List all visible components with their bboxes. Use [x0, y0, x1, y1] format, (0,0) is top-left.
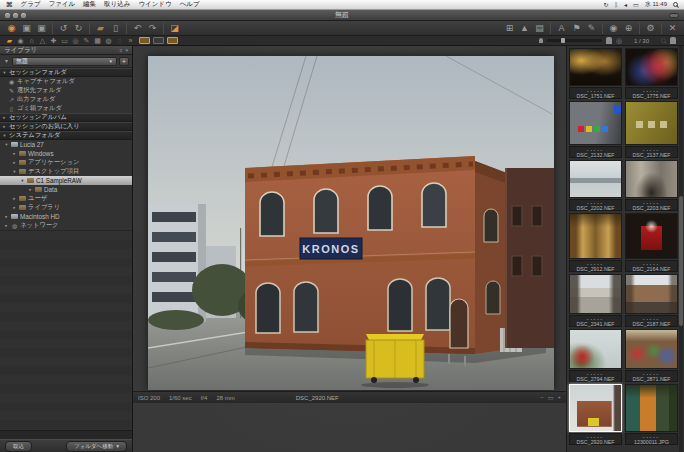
section-session-favorites[interactable]: ▸ セッションのお気に入り [0, 122, 132, 131]
capture-tool-icon[interactable]: ◉ [15, 36, 26, 45]
camera-back-icon[interactable]: ▣ [19, 21, 34, 35]
slider-knob[interactable] [561, 38, 565, 43]
scrollbar-thumb[interactable] [679, 196, 683, 326]
edit-icon[interactable]: ✎ [584, 21, 599, 35]
tree-item-network[interactable]: ▸ ◍ ネットワーク [0, 221, 132, 230]
folder-icon[interactable]: ▰ [93, 21, 108, 35]
thumbnail-image[interactable] [569, 329, 622, 369]
process-icon[interactable]: ◪ [167, 21, 182, 35]
viewer-photo[interactable]: KRONOS [148, 56, 554, 390]
output-tool-icon[interactable]: ◌ [114, 36, 125, 45]
thumbnail-cell[interactable]: ••••• 12300011.JPG [625, 384, 678, 445]
thumbnail-image[interactable] [625, 384, 678, 432]
tree-item-capture-folder[interactable]: ◉ キャプチャフォルダ [0, 77, 132, 86]
menu-grab[interactable]: グラブ [21, 0, 41, 9]
undo-icon[interactable]: ↶ [130, 21, 145, 35]
thumbnail-cell-selected[interactable]: ••••• DSC_2920.NEF [569, 384, 622, 445]
thumbnail-image[interactable] [569, 384, 622, 432]
tree-item-desktop[interactable]: ▾ デスクトップ項目 [0, 167, 132, 176]
user-icon[interactable] [670, 37, 676, 44]
sync-icon[interactable]: ↻ [603, 1, 608, 8]
thumbnail-image[interactable] [625, 213, 678, 259]
tree-item-c1-sampleraw[interactable]: ▾ C1 SampleRAW [0, 176, 132, 185]
trash-icon[interactable]: ▯ [108, 21, 123, 35]
menubar-clock[interactable]: 水 11:49 [645, 0, 667, 9]
target-icon[interactable]: ⊕ [621, 21, 636, 35]
thumbnail-cell[interactable]: ••••• DSC_2202.NEF [569, 160, 622, 211]
warning-icon[interactable]: ▲ [517, 21, 532, 35]
multi-view-button[interactable] [139, 37, 150, 44]
thumbnail-image[interactable] [625, 274, 678, 314]
thumbnail-cell[interactable]: ••••• DSC_2132.NEF [569, 101, 622, 158]
thumbnail-cell[interactable]: ••••• DSC_2794.NEF [569, 329, 622, 382]
thumbnail-cell[interactable]: ••••• DSC_2187.NEF [625, 274, 678, 327]
tree-item-disk-lucia[interactable]: ▾ Lucia 27 [0, 140, 132, 149]
list-view-icon[interactable]: ▤ [532, 21, 547, 35]
add-collection-button[interactable]: + [119, 57, 129, 66]
menu-file[interactable]: ファイル [48, 0, 75, 9]
redo-icon[interactable]: ↷ [145, 21, 160, 35]
camera-back-alt-icon[interactable]: ▣ [34, 21, 49, 35]
loupe-tool-icon[interactable]: ◎ [70, 36, 81, 45]
panel-menu-icon[interactable]: ≡ [120, 47, 123, 53]
tree-item-selects-folder[interactable]: ✎ 選択先フォルダ [0, 86, 132, 95]
pen-tool-icon[interactable]: ✎ [81, 36, 92, 45]
move-folder-dropdown[interactable]: フォルダへ移動 ▾ [66, 441, 127, 452]
close-icon[interactable]: ✕ [665, 21, 680, 35]
menu-edit[interactable]: 編集 [83, 0, 96, 9]
capture-icon[interactable]: ◉ [4, 21, 19, 35]
select-folder-tool-icon[interactable]: ▰ [4, 36, 15, 45]
tree-item-output-folder[interactable]: ↗ 出力フォルダ [0, 95, 132, 104]
import-button[interactable]: 取込 [5, 441, 32, 452]
grid-view-icon[interactable]: ⊞ [502, 21, 517, 35]
zoom-out-button[interactable]: − [540, 394, 544, 401]
thumbnail-cell[interactable]: ••••• DSC_2164.NEF [625, 213, 678, 272]
thumbnail-image[interactable] [569, 48, 622, 86]
thumbnail-image[interactable] [569, 101, 622, 145]
thumbnail-cell[interactable]: ••••• DSC_2341.NEF [569, 274, 622, 327]
browser-scrollbar[interactable] [679, 46, 683, 452]
tree-item-macintosh-hd[interactable]: ▸ Macintosh HD [0, 212, 132, 221]
gear-icon[interactable]: ⚙ [643, 21, 658, 35]
thumbnail-image[interactable] [625, 101, 678, 145]
home-tool-icon[interactable]: ⌂ [26, 36, 37, 45]
more-tools-icon[interactable]: » [125, 36, 136, 45]
tree-item-data[interactable]: ▸ Data [0, 185, 132, 194]
tree-item-applications[interactable]: ▸ アプリケーション [0, 158, 132, 167]
browser-search-icon[interactable] [661, 38, 666, 43]
tree-item-library-folder[interactable]: ▸ ライブラリ [0, 203, 132, 212]
tree-item-windows[interactable]: ▸ Windows [0, 149, 132, 158]
thumbnail-image[interactable] [625, 329, 678, 369]
library-tab[interactable]: ライブラリ ≡ ▾ [0, 46, 132, 55]
thumbnail-image[interactable] [569, 160, 622, 198]
info-tool-icon[interactable]: ◍ [103, 36, 114, 45]
thumbnail-cell[interactable]: ••••• DSC_1775.NEF [625, 48, 678, 99]
tree-item-users[interactable]: ▸ ユーザ [0, 194, 132, 203]
rotate-cw-icon[interactable]: ↻ [71, 21, 86, 35]
caption-icon[interactable]: A [554, 21, 569, 35]
zoom-fit-button[interactable]: ▭ [548, 394, 554, 401]
thumbnail-image[interactable] [625, 48, 678, 86]
zoom-in-button[interactable]: + [557, 394, 561, 401]
volume-icon[interactable]: ◂ [624, 1, 627, 8]
thumbnail-cell[interactable]: ••••• DSC_2871.NEF [625, 329, 678, 382]
rotate-ccw-icon[interactable]: ↺ [56, 21, 71, 35]
menu-window[interactable]: ウインドウ [138, 0, 171, 9]
display-icon[interactable]: ▭ [633, 1, 639, 8]
move-tool-icon[interactable]: ✚ [48, 36, 59, 45]
menu-import[interactable]: 取り込み [104, 0, 130, 9]
thumbnail-cell[interactable]: ••••• DSC_2912.NEF [569, 213, 622, 272]
flag-icon[interactable]: ⚑ [569, 21, 584, 35]
section-session-folders[interactable]: ▾ セッションフォルダ [0, 68, 132, 77]
thumbnail-image[interactable] [569, 213, 622, 259]
filter-view-icon[interactable]: ◎ [616, 37, 622, 45]
tree-item-trash-folder[interactable]: ▯ ゴミ箱フォルダ [0, 104, 132, 113]
section-session-albums[interactable]: ▸ セッションアルバム [0, 113, 132, 122]
thumbnail-cell[interactable]: ••••• DSC_2203.NEF [625, 160, 678, 211]
apple-menu-icon[interactable]: ⌘ [6, 1, 13, 9]
level-tool-icon[interactable]: △ [37, 36, 48, 45]
single-view-button[interactable] [153, 37, 164, 44]
thumbnail-cell[interactable]: ••••• DSC_1751.NEF [569, 48, 622, 99]
browser-view-button[interactable] [167, 37, 178, 44]
thumbnail-image[interactable] [569, 274, 622, 314]
